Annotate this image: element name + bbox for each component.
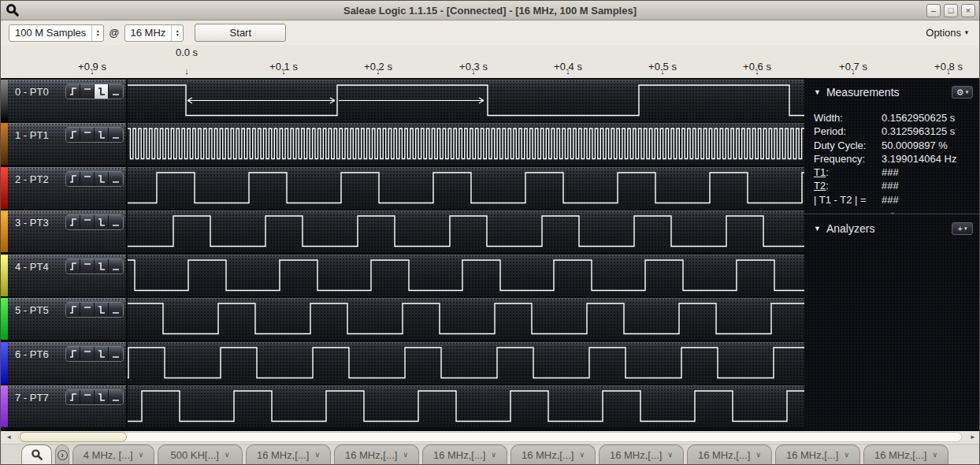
trigger-button-rising-edge-icon[interactable]	[66, 172, 80, 186]
channel-label-panel[interactable]: 4 - PT4	[1, 255, 127, 296]
chevron-down-icon[interactable]: ∨	[932, 451, 937, 459]
minimize-button[interactable]: –	[926, 4, 941, 17]
channel-label-panel[interactable]: 7 - PT7	[1, 385, 127, 427]
channel-label-panel[interactable]: 5 - PT5	[1, 298, 127, 340]
sample-count-select[interactable]: 100 M Samples ▴▾	[9, 24, 104, 42]
trigger-button-rising-edge-icon[interactable]	[66, 215, 80, 229]
add-analyzer-button[interactable]: + ▾	[952, 222, 973, 235]
trigger-button-falling-edge-icon[interactable]	[95, 172, 109, 186]
trigger-button-falling-edge-icon[interactable]	[95, 215, 109, 229]
measurement-label: Width:	[814, 111, 882, 125]
trigger-button-falling-edge-icon[interactable]	[95, 303, 109, 317]
channel-label-panel[interactable]: 1 - PT1	[1, 123, 127, 165]
collapse-triangle-icon[interactable]: ▼	[814, 225, 821, 232]
capture-tab[interactable]: 16 MHz,[...]∨	[422, 445, 507, 464]
trigger-button-low-level-icon[interactable]	[109, 215, 123, 229]
panel-divider[interactable]: ⌄	[804, 214, 980, 214]
trigger-button-high-level-icon[interactable]	[80, 84, 95, 99]
trigger-button-low-level-icon[interactable]	[109, 259, 123, 273]
channel-label-panel[interactable]: 0 - PT0	[1, 80, 127, 121]
chevron-down-icon[interactable]: ∨	[579, 451, 585, 459]
timeline-tick-arrow-icon: ↓	[755, 66, 759, 76]
close-button[interactable]: ×	[961, 4, 975, 17]
options-button[interactable]: Options ▼	[926, 27, 970, 39]
channel-name: 1 - PT1	[15, 129, 49, 141]
chevron-down-icon[interactable]: ∨	[491, 451, 496, 459]
capture-tab[interactable]: 16 MHz,[...]∨	[687, 445, 772, 464]
capture-tab[interactable]: 500 KH[...]∨	[158, 445, 243, 464]
capture-tab[interactable]: 16 MHz,[...]∨	[334, 445, 419, 464]
chevron-down-icon[interactable]: ∨	[844, 451, 849, 459]
waveform[interactable]	[128, 342, 804, 384]
collapse-triangle-icon[interactable]: ▼	[814, 88, 821, 96]
trigger-button-high-level-icon[interactable]	[80, 172, 95, 186]
trigger-button-rising-edge-icon[interactable]	[66, 390, 80, 404]
timeline-tick-arrow-icon: ↓	[90, 66, 95, 76]
waveform[interactable]	[128, 80, 804, 121]
capture-tab[interactable]: 16 MHz,[...]∨	[246, 445, 331, 464]
trigger-button-falling-edge-icon[interactable]	[95, 128, 109, 142]
chevron-down-icon[interactable]: ∨	[314, 451, 320, 459]
chevron-down-icon[interactable]: ∨	[403, 451, 408, 459]
capture-tab[interactable]: 16 MHz,[...]∨	[510, 445, 596, 464]
tab-scroll-button[interactable]: ›	[55, 445, 69, 464]
scroll-right-icon[interactable]: ▸	[971, 433, 974, 441]
chevron-down-icon[interactable]: ∨	[225, 451, 230, 459]
trigger-button-low-level-icon[interactable]	[109, 390, 123, 404]
trigger-button-low-level-icon[interactable]	[109, 347, 123, 361]
spinner-arrows-icon[interactable]: ▴▾	[91, 25, 103, 41]
start-button[interactable]: Start	[195, 24, 286, 42]
side-panel: ▼ Measurements ⚙ ▾ Width:0.1562950625 sP…	[804, 78, 980, 431]
trigger-button-rising-edge-icon[interactable]	[66, 84, 80, 99]
measurements-title: Measurements	[826, 86, 900, 99]
trigger-button-low-level-icon[interactable]	[109, 303, 123, 317]
trigger-button-high-level-icon[interactable]	[80, 347, 95, 361]
trigger-button-falling-edge-icon[interactable]	[95, 84, 109, 99]
trigger-button-falling-edge-icon[interactable]	[95, 390, 109, 404]
trigger-button-low-level-icon[interactable]	[109, 172, 123, 186]
measurements-settings-button[interactable]: ⚙ ▾	[952, 86, 973, 99]
trigger-button-rising-edge-icon[interactable]	[66, 128, 80, 142]
waveform[interactable]	[128, 298, 804, 340]
channel-row: 4 - PT4	[1, 255, 804, 296]
trigger-button-high-level-icon[interactable]	[80, 303, 95, 317]
trigger-button-falling-edge-icon[interactable]	[95, 347, 109, 361]
trigger-button-rising-edge-icon[interactable]	[66, 303, 80, 317]
trigger-button-low-level-icon[interactable]	[109, 128, 123, 142]
trigger-button-rising-edge-icon[interactable]	[66, 259, 80, 273]
search-tab[interactable]	[21, 445, 52, 464]
chevron-down-icon[interactable]: ∨	[667, 451, 673, 459]
trigger-button-high-level-icon[interactable]	[80, 128, 95, 142]
timeline-ruler[interactable]: 0.0 s↓+0.9 s↓+0.1 s↓+0.2 s↓+0.3 s↓+0.4 s…	[1, 45, 979, 78]
measurement-label: Period:	[814, 125, 882, 138]
channel-label-panel[interactable]: 6 - PT6	[1, 342, 127, 384]
trigger-button-high-level-icon[interactable]	[80, 390, 95, 404]
horizontal-scrollbar[interactable]: ◂ ▸	[1, 431, 979, 444]
trigger-button-falling-edge-icon[interactable]	[95, 259, 109, 273]
channel-label-panel[interactable]: 2 - PT2	[1, 167, 127, 209]
waveform[interactable]	[128, 210, 804, 252]
scrollbar-track[interactable]	[18, 432, 962, 442]
trigger-button-rising-edge-icon[interactable]	[66, 347, 80, 361]
chevron-down-icon[interactable]: ∨	[139, 451, 144, 459]
capture-tab[interactable]: 4 MHz, [...]∨	[72, 445, 154, 464]
maximize-button[interactable]: □	[944, 4, 958, 17]
capture-tab[interactable]: 16 MHz,[...]∨	[863, 445, 948, 464]
spinner-arrows-icon[interactable]: ▴▾	[171, 25, 183, 41]
chevron-down-icon[interactable]: ∨	[755, 451, 761, 459]
trigger-button-high-level-icon[interactable]	[80, 215, 95, 229]
trigger-button-low-level-icon[interactable]	[109, 84, 123, 99]
waveform[interactable]	[128, 385, 804, 427]
channel-label-panel[interactable]: 3 - PT3	[1, 210, 127, 252]
trigger-button-high-level-icon[interactable]	[80, 259, 95, 273]
waveform[interactable]	[128, 123, 804, 165]
waveform[interactable]	[128, 255, 804, 296]
scrollbar-thumb[interactable]	[20, 432, 127, 442]
window-controls: – □ ×	[926, 4, 975, 17]
measurement-row: Width:0.1562950625 s	[804, 111, 980, 125]
sample-rate-select[interactable]: 16 MHz ▴▾	[124, 24, 184, 42]
waveform[interactable]	[128, 167, 804, 209]
capture-tab[interactable]: 16 MHz,[...]∨	[599, 445, 684, 464]
capture-tab[interactable]: 16 MHz,[...]∨	[775, 445, 860, 464]
scroll-left-icon[interactable]: ◂	[7, 433, 11, 441]
